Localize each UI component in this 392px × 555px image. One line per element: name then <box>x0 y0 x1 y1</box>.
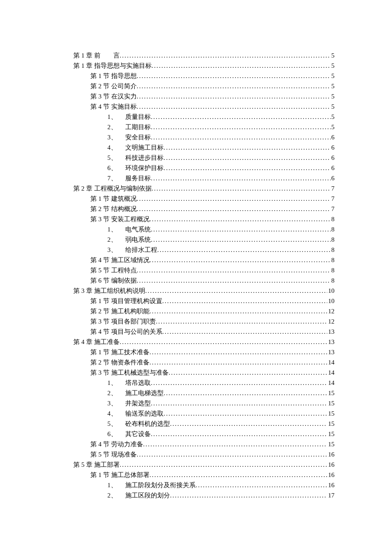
toc-entry: 第 1 节 项目管理机构设置10 <box>73 296 334 306</box>
toc-leader-dots <box>120 50 331 61</box>
toc-leader-dots <box>137 204 331 214</box>
toc-leader-dots <box>151 378 327 388</box>
toc-entry: 第 3 节 项目各部门职责12 <box>73 316 334 327</box>
toc-entry: 第 1 章 前 言5 <box>73 50 334 61</box>
toc-leader-dots <box>156 316 327 327</box>
toc-leader-dots <box>164 408 327 419</box>
toc-entry-label: 第 1 章 指导思想与实施目标 <box>73 61 152 71</box>
toc-entry-page: 15 <box>327 419 334 429</box>
toc-entry-number: 4、 <box>107 408 125 419</box>
toc-leader-dots <box>151 132 331 142</box>
toc-entry: 第 1 节 施工技术准备13 <box>73 347 334 357</box>
toc-entry-page: 7 <box>331 183 335 194</box>
toc-entry-page: 10 <box>327 296 334 306</box>
toc-entry: 第 2 节 物资条件准备14 <box>73 357 334 367</box>
toc-entry-label: 第 4 节 施工区域情况 <box>90 255 150 265</box>
toc-entry-number: 4、 <box>107 142 125 153</box>
toc-entry: 第 4 节 项目与公司的关系13 <box>73 327 334 337</box>
toc-leader-dots <box>170 490 327 500</box>
toc-entry: 第 2 节 结构概况7 <box>73 204 334 214</box>
toc-entry: 2、工期目标5 <box>73 122 334 132</box>
toc-entry-page: 15 <box>327 429 334 439</box>
toc-entry: 第 3 节 安装工程概况8 <box>73 214 334 224</box>
toc-leader-dots <box>151 234 331 245</box>
toc-entry-page: 5 <box>331 71 335 81</box>
toc-entry-label: 工期目标 <box>125 122 151 132</box>
toc-entry: 2、施工电梯选型15 <box>73 388 334 398</box>
toc-leader-dots <box>164 153 331 163</box>
toc-entry-number: 1、 <box>107 224 125 234</box>
toc-entry-label: 服务目标 <box>125 173 151 183</box>
toc-leader-dots <box>151 173 331 183</box>
toc-leader-dots <box>137 265 331 275</box>
toc-entry: 第 2 章 工程概况与编制依据7 <box>73 183 334 194</box>
toc-entry-label: 第 2 节 公司简介 <box>90 81 137 91</box>
toc-leader-dots <box>152 61 331 71</box>
toc-entry: 第 3 节 在汉实力5 <box>73 91 334 101</box>
toc-entry: 6、环境保护目标6 <box>73 163 334 173</box>
toc-entry: 3、井架选型15 <box>73 398 334 408</box>
toc-entry-label: 给排水工程 <box>125 245 157 255</box>
toc-entry-page: 5 <box>331 101 335 112</box>
toc-entry: 第 5 章 施工部署16 <box>73 460 334 470</box>
toc-leader-dots <box>120 460 327 470</box>
toc-leader-dots <box>137 71 331 81</box>
toc-entry-number: 2、 <box>107 388 125 398</box>
toc-entry-page: 5 <box>331 50 335 61</box>
toc-entry: 1、电气系统8 <box>73 224 334 234</box>
toc-entry-label: 电气系统 <box>125 224 151 234</box>
toc-leader-dots <box>151 112 331 122</box>
toc-entry: 第 3 章 施工组织机构说明10 <box>73 286 334 296</box>
toc-entry-label: 第 3 章 施工组织机构说明 <box>73 286 145 296</box>
toc-entry: 第 3 节 施工机械选型与准备14 <box>73 367 334 378</box>
toc-leader-dots <box>150 357 327 367</box>
toc-entry-page: 16 <box>327 449 334 460</box>
toc-entry: 第 4 节 施工区域情况8 <box>73 255 334 265</box>
toc-leader-dots <box>150 470 327 480</box>
toc-leader-dots <box>137 101 331 112</box>
toc-entry: 5、砼布料机的选型15 <box>73 419 334 429</box>
toc-entry-label: 输送泵的选取 <box>125 408 164 419</box>
toc-entry-label: 施工区段的划分 <box>125 490 170 500</box>
toc-leader-dots <box>164 142 331 153</box>
toc-entry: 第 4 节 实施目标5 <box>73 101 334 112</box>
toc-entry-page: 8 <box>331 265 335 275</box>
toc-leader-dots <box>120 337 327 347</box>
toc-leader-dots <box>152 183 331 194</box>
toc-entry-page: 5 <box>331 112 335 122</box>
toc-entry-number: 1、 <box>107 480 125 490</box>
toc-entry: 第 2 节 公司简介5 <box>73 81 334 91</box>
toc-entry-label: 环境保护目标 <box>125 163 164 173</box>
toc-entry-page: 16 <box>327 480 334 490</box>
toc-leader-dots <box>150 347 327 357</box>
toc-entry-page: 8 <box>331 245 335 255</box>
toc-entry: 第 6 节 编制依据8 <box>73 275 334 286</box>
toc-entry-number: 1、 <box>107 112 125 122</box>
toc-entry-page: 13 <box>327 337 334 347</box>
toc-entry-page: 5 <box>331 91 335 101</box>
toc-entry: 第 2 节 施工机构职能12 <box>73 306 334 316</box>
toc-leader-dots <box>170 419 327 429</box>
toc-entry: 第 1 节 施工总体部署16 <box>73 470 334 480</box>
toc-entry-page: 10 <box>327 286 334 296</box>
toc-entry-label: 第 2 章 工程概况与编制依据 <box>73 183 152 194</box>
toc-entry: 3、给排水工程8 <box>73 245 334 255</box>
toc-entry-label: 第 1 节 建筑概况 <box>90 194 137 204</box>
toc-entry-page: 14 <box>327 357 334 367</box>
table-of-contents: 第 1 章 前 言5第 1 章 指导思想与实施目标5第 1 节 指导思想5第 2… <box>73 50 334 500</box>
toc-entry-label: 第 3 节 施工机械选型与准备 <box>90 367 169 378</box>
toc-entry-page: 15 <box>327 398 334 408</box>
toc-entry-number: 2、 <box>107 122 125 132</box>
toc-entry: 2、施工区段的划分17 <box>73 490 334 500</box>
toc-entry-page: 12 <box>327 316 334 327</box>
toc-leader-dots <box>150 214 331 224</box>
toc-entry-label: 第 1 节 项目管理机构设置 <box>90 296 162 306</box>
toc-entry-page: 16 <box>327 470 334 480</box>
toc-leader-dots <box>151 398 327 408</box>
toc-entry-number: 3、 <box>107 132 125 142</box>
toc-entry-page: 5 <box>331 61 335 71</box>
toc-entry-page: 8 <box>331 234 335 245</box>
toc-entry-label: 第 1 章 前 言 <box>73 50 120 61</box>
toc-entry: 3、安全目标6 <box>73 132 334 142</box>
toc-entry: 1、施工阶段划分及衔接关系16 <box>73 480 334 490</box>
